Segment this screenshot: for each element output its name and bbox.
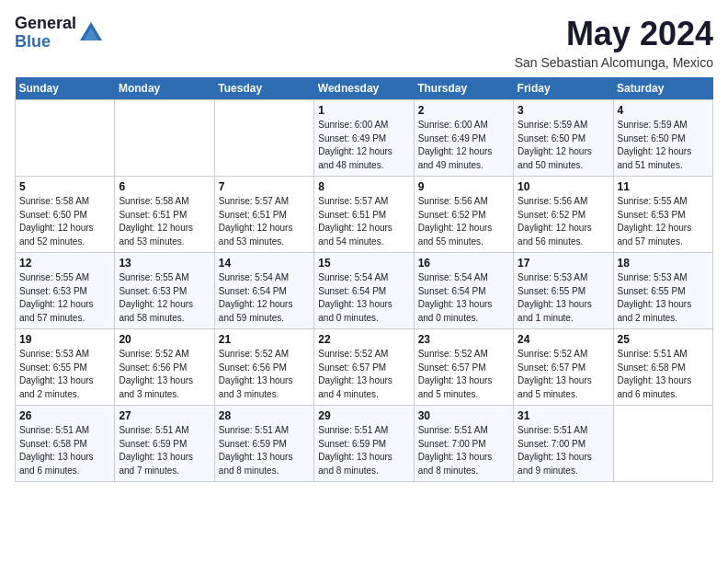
- calendar-cell: 22Sunrise: 5:52 AMSunset: 6:57 PMDayligh…: [314, 329, 414, 406]
- logo: General Blue: [15, 15, 104, 52]
- day-number: 10: [518, 180, 609, 193]
- day-info: Sunrise: 5:55 AMSunset: 6:53 PMDaylight:…: [618, 195, 709, 248]
- day-info: Sunrise: 5:56 AMSunset: 6:52 PMDaylight:…: [518, 195, 609, 248]
- day-number: 13: [119, 257, 210, 270]
- day-info: Sunrise: 5:52 AMSunset: 6:57 PMDaylight:…: [318, 348, 409, 401]
- calendar-cell: 14Sunrise: 5:54 AMSunset: 6:54 PMDayligh…: [214, 253, 313, 329]
- day-info: Sunrise: 5:52 AMSunset: 6:56 PMDaylight:…: [219, 348, 310, 401]
- day-number: 19: [19, 333, 110, 346]
- day-info: Sunrise: 5:54 AMSunset: 6:54 PMDaylight:…: [318, 271, 409, 325]
- day-number: 24: [518, 333, 609, 346]
- day-number: 11: [618, 180, 709, 193]
- day-number: 28: [219, 409, 310, 422]
- day-info: Sunrise: 5:53 AMSunset: 6:55 PMDaylight:…: [19, 348, 110, 401]
- calendar-cell: 1Sunrise: 6:00 AMSunset: 6:49 PMDaylight…: [314, 100, 414, 177]
- day-number: 23: [418, 333, 509, 346]
- day-info: Sunrise: 5:57 AMSunset: 6:51 PMDaylight:…: [318, 195, 409, 248]
- day-number: 3: [518, 104, 609, 117]
- day-number: 31: [518, 409, 609, 422]
- calendar-cell: [16, 100, 115, 177]
- day-info: Sunrise: 5:51 AMSunset: 6:59 PMDaylight:…: [119, 424, 210, 477]
- calendar-cell: 26Sunrise: 5:51 AMSunset: 6:58 PMDayligh…: [16, 406, 115, 482]
- day-info: Sunrise: 5:54 AMSunset: 6:54 PMDaylight:…: [219, 271, 310, 325]
- day-number: 18: [618, 257, 709, 270]
- day-number: 27: [119, 409, 210, 422]
- day-number: 16: [418, 257, 509, 270]
- day-number: 7: [219, 180, 310, 193]
- day-number: 26: [19, 409, 110, 422]
- weekday-header: Sunday: [16, 77, 115, 100]
- day-info: Sunrise: 5:58 AMSunset: 6:50 PMDaylight:…: [19, 195, 110, 248]
- calendar-cell: 10Sunrise: 5:56 AMSunset: 6:52 PMDayligh…: [514, 177, 613, 253]
- day-number: 22: [318, 333, 409, 346]
- calendar-cell: 23Sunrise: 5:52 AMSunset: 6:57 PMDayligh…: [414, 329, 513, 406]
- day-info: Sunrise: 6:00 AMSunset: 6:49 PMDaylight:…: [418, 119, 509, 172]
- day-number: 15: [318, 257, 409, 270]
- calendar-cell: 2Sunrise: 6:00 AMSunset: 6:49 PMDaylight…: [414, 100, 513, 177]
- day-info: Sunrise: 6:00 AMSunset: 6:49 PMDaylight:…: [318, 119, 409, 172]
- calendar-cell: 20Sunrise: 5:52 AMSunset: 6:56 PMDayligh…: [115, 329, 214, 406]
- day-number: 21: [219, 333, 310, 346]
- day-number: 8: [318, 180, 409, 193]
- day-info: Sunrise: 5:51 AMSunset: 6:58 PMDaylight:…: [618, 348, 709, 401]
- weekday-header: Wednesday: [314, 77, 414, 100]
- calendar-cell: 17Sunrise: 5:53 AMSunset: 6:55 PMDayligh…: [514, 253, 613, 329]
- day-info: Sunrise: 5:52 AMSunset: 6:57 PMDaylight:…: [518, 348, 609, 401]
- weekday-header: Tuesday: [214, 77, 313, 100]
- logo-blue: Blue: [15, 33, 76, 52]
- calendar-cell: 18Sunrise: 5:53 AMSunset: 6:55 PMDayligh…: [613, 253, 712, 329]
- page-header: General Blue May 2024 San Sebastian Alco…: [15, 15, 713, 70]
- day-info: Sunrise: 5:58 AMSunset: 6:51 PMDaylight:…: [119, 195, 210, 248]
- calendar-cell: 4Sunrise: 5:59 AMSunset: 6:50 PMDaylight…: [613, 100, 712, 177]
- day-info: Sunrise: 5:53 AMSunset: 6:55 PMDaylight:…: [518, 271, 609, 325]
- calendar-cell: 6Sunrise: 5:58 AMSunset: 6:51 PMDaylight…: [115, 177, 214, 253]
- day-info: Sunrise: 5:59 AMSunset: 6:50 PMDaylight:…: [518, 119, 609, 172]
- calendar-cell: 9Sunrise: 5:56 AMSunset: 6:52 PMDaylight…: [414, 177, 513, 253]
- day-number: 25: [618, 333, 709, 346]
- day-info: Sunrise: 5:51 AMSunset: 6:59 PMDaylight:…: [318, 424, 409, 477]
- calendar-cell: 3Sunrise: 5:59 AMSunset: 6:50 PMDaylight…: [514, 100, 613, 177]
- day-info: Sunrise: 5:51 AMSunset: 7:00 PMDaylight:…: [518, 424, 609, 477]
- day-info: Sunrise: 5:51 AMSunset: 6:59 PMDaylight:…: [219, 424, 310, 477]
- weekday-header: Friday: [514, 77, 613, 100]
- weekday-header: Saturday: [613, 77, 712, 100]
- calendar-week-row: 26Sunrise: 5:51 AMSunset: 6:58 PMDayligh…: [16, 406, 713, 482]
- calendar-cell: 8Sunrise: 5:57 AMSunset: 6:51 PMDaylight…: [314, 177, 414, 253]
- calendar-cell: 16Sunrise: 5:54 AMSunset: 6:54 PMDayligh…: [414, 253, 513, 329]
- day-info: Sunrise: 5:52 AMSunset: 6:57 PMDaylight:…: [418, 348, 509, 401]
- day-number: 5: [19, 180, 110, 193]
- calendar-cell: 30Sunrise: 5:51 AMSunset: 7:00 PMDayligh…: [414, 406, 513, 482]
- calendar-cell: [214, 100, 313, 177]
- day-number: 20: [119, 333, 210, 346]
- calendar-week-row: 19Sunrise: 5:53 AMSunset: 6:55 PMDayligh…: [16, 329, 713, 406]
- calendar-week-row: 1Sunrise: 6:00 AMSunset: 6:49 PMDaylight…: [16, 100, 713, 177]
- day-number: 14: [219, 257, 310, 270]
- weekday-header: Thursday: [414, 77, 513, 100]
- calendar-cell: 7Sunrise: 5:57 AMSunset: 6:51 PMDaylight…: [214, 177, 313, 253]
- day-number: 6: [119, 180, 210, 193]
- calendar-cell: 15Sunrise: 5:54 AMSunset: 6:54 PMDayligh…: [314, 253, 414, 329]
- day-info: Sunrise: 5:55 AMSunset: 6:53 PMDaylight:…: [119, 271, 210, 325]
- calendar-cell: 28Sunrise: 5:51 AMSunset: 6:59 PMDayligh…: [214, 406, 313, 482]
- calendar-cell: 11Sunrise: 5:55 AMSunset: 6:53 PMDayligh…: [613, 177, 712, 253]
- calendar-cell: 19Sunrise: 5:53 AMSunset: 6:55 PMDayligh…: [16, 329, 115, 406]
- day-number: 17: [518, 257, 609, 270]
- weekday-header-row: SundayMondayTuesdayWednesdayThursdayFrid…: [16, 77, 713, 100]
- calendar-week-row: 12Sunrise: 5:55 AMSunset: 6:53 PMDayligh…: [16, 253, 713, 329]
- calendar-cell: 25Sunrise: 5:51 AMSunset: 6:58 PMDayligh…: [613, 329, 712, 406]
- day-number: 30: [418, 409, 509, 422]
- day-number: 4: [618, 104, 709, 117]
- calendar-cell: [115, 100, 214, 177]
- day-info: Sunrise: 5:57 AMSunset: 6:51 PMDaylight:…: [219, 195, 310, 248]
- calendar-week-row: 5Sunrise: 5:58 AMSunset: 6:50 PMDaylight…: [16, 177, 713, 253]
- calendar-cell: 21Sunrise: 5:52 AMSunset: 6:56 PMDayligh…: [214, 329, 313, 406]
- day-info: Sunrise: 5:56 AMSunset: 6:52 PMDaylight:…: [418, 195, 509, 248]
- day-number: 29: [318, 409, 409, 422]
- day-info: Sunrise: 5:52 AMSunset: 6:56 PMDaylight:…: [119, 348, 210, 401]
- month-title: May 2024: [515, 15, 713, 53]
- calendar-cell: 5Sunrise: 5:58 AMSunset: 6:50 PMDaylight…: [16, 177, 115, 253]
- calendar-cell: 24Sunrise: 5:52 AMSunset: 6:57 PMDayligh…: [514, 329, 613, 406]
- title-block: May 2024 San Sebastian Alcomunga, Mexico: [515, 15, 713, 70]
- day-info: Sunrise: 5:54 AMSunset: 6:54 PMDaylight:…: [418, 271, 509, 325]
- day-info: Sunrise: 5:51 AMSunset: 7:00 PMDaylight:…: [418, 424, 509, 477]
